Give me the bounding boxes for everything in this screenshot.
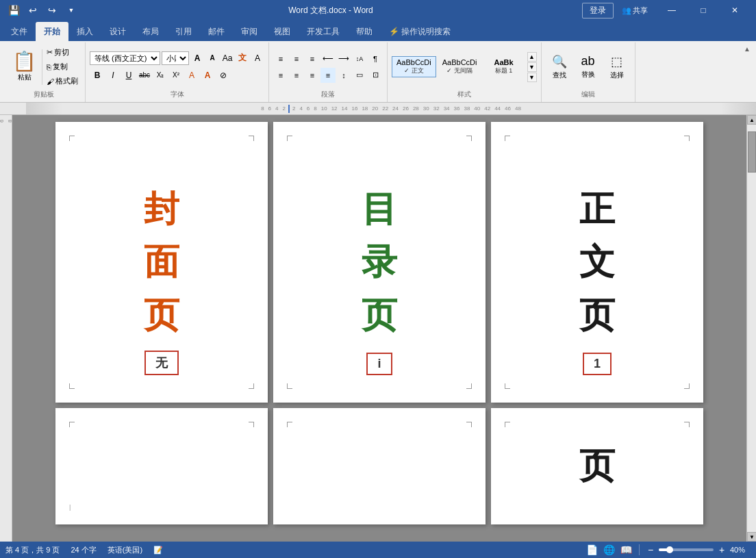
- underline-button[interactable]: U: [121, 68, 136, 83]
- qa-dropdown-icon[interactable]: ▼: [63, 2, 79, 18]
- multilevel-button[interactable]: ≡: [305, 51, 320, 66]
- style-scroll-down-button[interactable]: ▼: [527, 62, 537, 72]
- borders-button[interactable]: ⊡: [368, 68, 383, 83]
- zoom-minus-button[interactable]: −: [645, 544, 656, 555]
- redo-icon[interactable]: ↪: [44, 2, 60, 18]
- corner-tr: [684, 136, 690, 141]
- zoom-slider-thumb[interactable]: [666, 546, 673, 553]
- paragraph-group: ≡ ≡ ≡ ⟵ ⟶ ↕A ¶ ≡ ≡ ≡ ≡ ↕ ▭ ⊡ 段落: [269, 42, 388, 102]
- font-clear-button[interactable]: A: [251, 51, 264, 65]
- share-label[interactable]: 共享: [633, 5, 648, 16]
- italic-button[interactable]: I: [105, 68, 121, 83]
- page-2[interactable]: 目 录 页 i: [273, 122, 486, 403]
- show-marks-button[interactable]: ¶: [368, 51, 383, 66]
- right-scrollbar[interactable]: ▲ ▼: [746, 115, 756, 542]
- tab-help[interactable]: 帮助: [348, 22, 381, 41]
- format-painter-button[interactable]: 🖌 格式刷: [44, 75, 81, 88]
- font-color-button[interactable]: A: [200, 68, 215, 83]
- separator: [639, 544, 640, 555]
- search-tab-label: 操作说明搜索: [401, 26, 451, 38]
- numbering-button[interactable]: ≡: [289, 51, 304, 66]
- style-normal[interactable]: AaBbCcDi ✓ 正文: [392, 56, 436, 77]
- ruler-num: 32: [433, 105, 440, 112]
- print-view-button[interactable]: 📄: [585, 543, 599, 557]
- corner-bl: [69, 383, 75, 389]
- font-family-select[interactable]: 等线 (西文正文): [90, 51, 160, 65]
- tab-mail[interactable]: 邮件: [200, 22, 233, 41]
- page2-number-box: i: [366, 353, 392, 375]
- scroll-track[interactable]: [747, 125, 756, 532]
- line-spacing-button[interactable]: ↕: [336, 68, 351, 83]
- font-size-select[interactable]: 小四: [162, 51, 189, 65]
- undo-icon[interactable]: ↩: [25, 2, 41, 18]
- select-button[interactable]: ⬚ 选择: [603, 51, 631, 83]
- tab-design[interactable]: 设计: [101, 22, 134, 41]
- page-6[interactable]: 页: [491, 408, 703, 524]
- zoom-slider[interactable]: [659, 548, 714, 551]
- tab-layout[interactable]: 布局: [134, 22, 167, 41]
- zoom-plus-button[interactable]: +: [716, 544, 727, 555]
- login-button[interactable]: 登录: [582, 3, 614, 18]
- sort-button[interactable]: ↕A: [352, 51, 367, 66]
- replace-button[interactable]: ab 替换: [575, 51, 602, 82]
- window-title: Word 文档.docx - Word: [79, 5, 582, 16]
- tab-insert[interactable]: 插入: [68, 22, 101, 41]
- ruler-num: 4: [299, 105, 302, 112]
- font-highlight-button[interactable]: A: [184, 68, 199, 83]
- style-no-spacing[interactable]: AaBbCcDi ✓ 无间隔: [438, 56, 482, 77]
- ruler-num: 40: [474, 105, 480, 112]
- web-view-button[interactable]: 🌐: [602, 543, 616, 557]
- font-shrink-button[interactable]: A: [205, 51, 219, 65]
- minimize-button[interactable]: —: [656, 0, 688, 21]
- corner-tr: [684, 422, 690, 427]
- page-1[interactable]: 封 面 页 无: [55, 122, 268, 403]
- subscript-button[interactable]: X₂: [153, 68, 168, 83]
- font-special-button[interactable]: 文: [236, 51, 249, 65]
- decrease-indent-button[interactable]: ⟵: [320, 51, 336, 66]
- page-4[interactable]: |: [55, 408, 268, 524]
- font-grow-button[interactable]: A: [190, 51, 204, 65]
- cut-button[interactable]: ✂ 剪切: [44, 46, 81, 59]
- align-right-button[interactable]: ≡: [305, 68, 320, 83]
- bold-button[interactable]: B: [90, 68, 105, 83]
- language: 英语(美国): [108, 545, 142, 555]
- superscript-button[interactable]: X²: [168, 68, 184, 83]
- pages-container[interactable]: 封 面 页 无 目 录 页 i: [12, 115, 746, 542]
- clear-format-button[interactable]: ⊘: [216, 68, 231, 83]
- corner-br: [684, 383, 690, 389]
- increase-indent-button[interactable]: ⟶: [336, 51, 351, 66]
- tab-file[interactable]: 文件: [3, 22, 36, 41]
- tab-view[interactable]: 视图: [266, 22, 299, 41]
- font-aa-button[interactable]: Aa: [220, 51, 234, 65]
- page-5[interactable]: [273, 408, 486, 524]
- maximize-button[interactable]: □: [688, 0, 719, 21]
- style-expand-button[interactable]: ▼: [527, 73, 537, 82]
- tab-references[interactable]: 引用: [167, 22, 200, 41]
- tab-developer[interactable]: 开发工具: [299, 22, 348, 41]
- align-left-button[interactable]: ≡: [273, 68, 288, 83]
- page-3[interactable]: 正 文 页 1: [491, 122, 703, 403]
- scroll-thumb[interactable]: [748, 131, 756, 173]
- align-center-button[interactable]: ≡: [289, 68, 304, 83]
- tab-review[interactable]: 审阅: [233, 22, 266, 41]
- para-row2: ≡ ≡ ≡ ≡ ↕ ▭ ⊡: [273, 68, 383, 83]
- style-heading1[interactable]: AaBk 标题 1: [483, 56, 525, 77]
- copy-button[interactable]: ⎘ 复制: [44, 60, 81, 73]
- strikethrough-button[interactable]: abc: [137, 68, 152, 83]
- close-button[interactable]: ✕: [719, 0, 751, 21]
- read-view-button[interactable]: 📖: [619, 543, 633, 557]
- justify-button[interactable]: ≡: [320, 68, 336, 83]
- ribbon: 📋 粘贴 ✂ 剪切 ⎘ 复制 🖌 格式刷 剪贴板: [0, 41, 756, 103]
- scroll-up-button[interactable]: ▲: [747, 115, 756, 125]
- save-icon[interactable]: 💾: [5, 2, 22, 18]
- bullets-button[interactable]: ≡: [273, 51, 288, 66]
- tab-search[interactable]: ⚡ 操作说明搜索: [381, 22, 459, 41]
- style-scroll-up-button[interactable]: ▲: [527, 52, 537, 62]
- paste-button[interactable]: 📋 粘贴: [7, 49, 42, 85]
- shading-button[interactable]: ▭: [352, 68, 367, 83]
- find-button[interactable]: 🔍 查找: [546, 51, 573, 83]
- ruler-num: 10: [321, 105, 327, 112]
- scroll-down-button[interactable]: ▼: [747, 532, 756, 542]
- tab-home[interactable]: 开始: [36, 22, 68, 41]
- collapse-ribbon-button[interactable]: ▲: [744, 45, 751, 53]
